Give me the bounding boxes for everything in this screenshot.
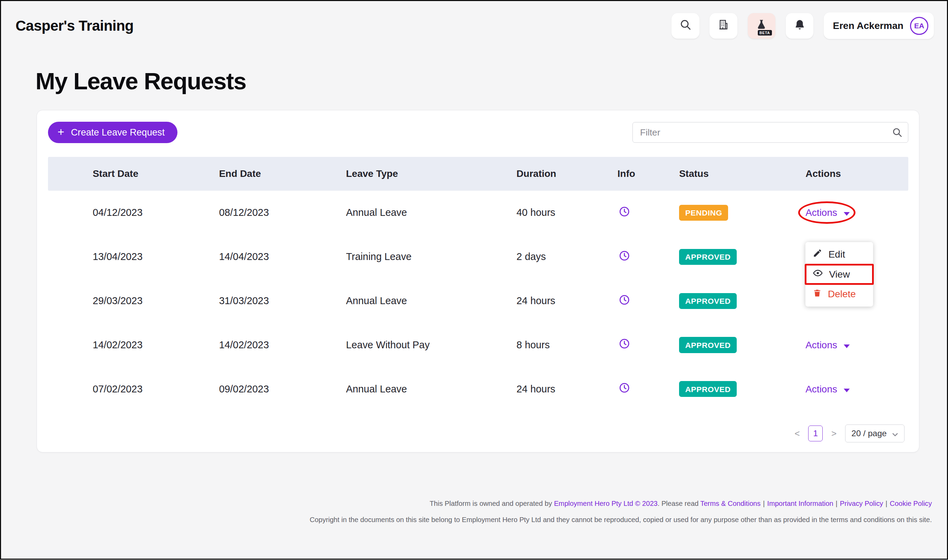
filter-field — [633, 122, 908, 143]
footer-line-1: This Platform is owned and operated by E… — [1, 500, 932, 508]
next-page-button[interactable]: > — [831, 428, 837, 439]
beta-badge: BETA — [758, 30, 772, 35]
app-title: Casper's Training — [15, 18, 134, 34]
pencil-icon — [813, 248, 822, 260]
cell-end-date: 31/03/2023 — [219, 295, 346, 306]
cell-start-date: 07/02/2023 — [48, 383, 219, 395]
cell-end-date: 14/02/2023 — [219, 339, 346, 351]
chevron-down-icon — [892, 429, 898, 438]
footer-link-privacy-policy[interactable]: Privacy Policy — [840, 500, 883, 507]
labs-beta-button[interactable]: BETA — [748, 13, 776, 38]
pagination: < 1 > 20 / page — [48, 425, 908, 443]
actions-label: Actions — [805, 207, 837, 218]
actions-menu: Edit View Delete — [805, 242, 873, 306]
current-page-button[interactable]: 1 — [808, 426, 823, 442]
filter-input[interactable] — [633, 122, 908, 143]
cell-duration: 24 hours — [516, 295, 617, 306]
cell-start-date: 14/02/2023 — [48, 339, 219, 351]
cell-leave-type: Annual Leave — [346, 295, 516, 306]
cell-leave-type: Training Leave — [346, 251, 516, 262]
prev-page-button[interactable]: < — [795, 428, 800, 439]
footer-line-2: Copyright in the documents on this site … — [1, 516, 932, 524]
topbar: Casper's Training BETA — [1, 1, 947, 47]
page-title: My Leave Requests — [36, 68, 947, 94]
column-header-duration: Duration — [516, 168, 617, 179]
actions-dropdown-trigger[interactable]: Actions — [805, 340, 850, 351]
actions-label: Actions — [805, 384, 837, 395]
clock-icon[interactable] — [619, 382, 630, 394]
chevron-down-icon — [843, 384, 850, 395]
column-header-info: Info — [618, 168, 679, 179]
status-badge: APPROVED — [679, 381, 737, 397]
table-row: 14/02/2023 14/02/2023 Leave Without Pay … — [48, 323, 908, 367]
leave-requests-card: + Create Leave Request Start Date End Da… — [37, 110, 919, 452]
clock-icon[interactable] — [619, 338, 630, 349]
page-size-select[interactable]: 20 / page — [845, 425, 905, 443]
footer-separator: | — [763, 500, 765, 507]
create-leave-request-label: Create Leave Request — [71, 127, 165, 138]
footer-separator: | — [886, 500, 887, 507]
trash-icon — [813, 288, 821, 300]
cell-duration: 24 hours — [516, 383, 617, 395]
menu-item-view[interactable]: View — [805, 265, 873, 285]
cell-start-date: 04/12/2023 — [48, 207, 219, 218]
cell-leave-type: Leave Without Pay — [346, 339, 516, 351]
create-leave-request-button[interactable]: + Create Leave Request — [48, 122, 178, 143]
column-header-start-date: Start Date — [48, 168, 219, 179]
footer-separator: | — [836, 500, 838, 507]
column-header-end-date: End Date — [219, 168, 346, 179]
footer: This Platform is owned and operated by E… — [1, 500, 947, 524]
cell-start-date: 29/03/2023 — [48, 295, 219, 306]
user-menu[interactable]: Eren Ackerman EA — [824, 12, 934, 39]
actions-dropdown-trigger[interactable]: Actions — [805, 207, 850, 218]
table-row: 13/04/2023 14/04/2023 Training Leave 2 d… — [48, 235, 908, 279]
chevron-down-icon — [843, 207, 850, 218]
menu-item-edit[interactable]: Edit — [805, 245, 873, 265]
table-row: 04/12/2023 08/12/2023 Annual Leave 40 ho… — [48, 191, 908, 235]
actions-dropdown-trigger[interactable]: Actions — [805, 384, 850, 395]
cell-duration: 40 hours — [516, 207, 617, 218]
footer-text: This Platform is owned and operated by — [429, 500, 554, 507]
footer-link-important-information[interactable]: Important Information — [767, 500, 833, 507]
menu-item-edit-label: Edit — [829, 249, 845, 260]
cell-leave-type: Annual Leave — [346, 383, 516, 395]
clock-icon[interactable] — [619, 294, 630, 306]
cell-end-date: 09/02/2023 — [219, 383, 346, 395]
organisation-button[interactable] — [709, 13, 737, 38]
clock-icon[interactable] — [619, 250, 630, 262]
cell-duration: 2 days — [516, 251, 617, 262]
footer-link-terms[interactable]: Terms & Conditions — [701, 500, 761, 507]
status-badge: APPROVED — [679, 249, 737, 265]
bell-icon — [794, 18, 806, 33]
notifications-button[interactable] — [786, 13, 814, 38]
cell-duration: 8 hours — [516, 339, 617, 351]
search-icon — [892, 127, 903, 140]
status-badge: APPROVED — [679, 337, 737, 353]
screen: Casper's Training BETA — [0, 0, 948, 560]
menu-item-view-label: View — [829, 269, 849, 280]
footer-text: . Please read — [658, 500, 701, 507]
column-header-leave-type: Leave Type — [346, 168, 516, 179]
cell-start-date: 13/04/2023 — [48, 251, 219, 262]
cell-end-date: 08/12/2023 — [219, 207, 346, 218]
topbar-actions: BETA Eren Ackerman EA — [672, 12, 934, 39]
organisation-building-icon — [717, 18, 729, 33]
cell-leave-type: Annual Leave — [346, 207, 516, 218]
search-button[interactable] — [672, 13, 699, 38]
actions-label: Actions — [805, 340, 837, 351]
table-row: 29/03/2023 31/03/2023 Annual Leave 24 ho… — [48, 279, 908, 323]
footer-link-company[interactable]: Employment Hero Pty Ltd © 2023 — [554, 500, 658, 507]
page-size-value: 20 / page — [851, 429, 886, 438]
chevron-down-icon — [843, 340, 850, 351]
menu-item-delete[interactable]: Delete — [805, 285, 873, 305]
search-icon — [679, 18, 692, 33]
column-header-actions: Actions — [805, 168, 908, 179]
footer-link-cookie-policy[interactable]: Cookie Policy — [890, 500, 932, 507]
clock-icon[interactable] — [619, 206, 630, 217]
eye-icon — [813, 268, 823, 281]
plus-icon: + — [58, 126, 64, 138]
menu-item-delete-label: Delete — [828, 289, 856, 300]
table-row: 07/02/2023 09/02/2023 Annual Leave 24 ho… — [48, 367, 908, 411]
cell-end-date: 14/04/2023 — [219, 251, 346, 262]
column-header-status: Status — [679, 168, 805, 179]
